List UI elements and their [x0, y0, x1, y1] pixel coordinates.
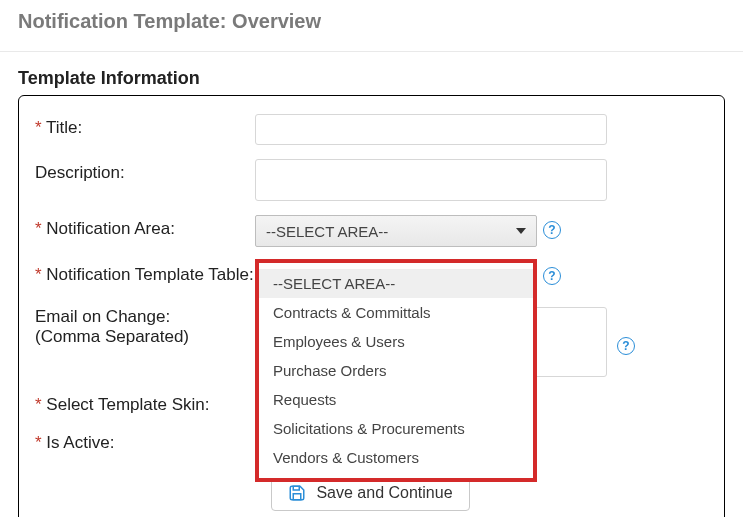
- label-template-table: Notification Template Table:: [35, 261, 255, 285]
- svg-rect-1: [294, 494, 302, 500]
- help-icon-area[interactable]: ?: [543, 221, 561, 239]
- chevron-down-icon: [516, 228, 526, 234]
- label-is-active: Is Active:: [35, 429, 255, 453]
- help-icon-template-table[interactable]: ?: [543, 267, 561, 285]
- title-input[interactable]: [255, 114, 607, 145]
- page-title: Notification Template: Overview: [18, 10, 725, 33]
- area-select[interactable]: --SELECT AREA--: [255, 215, 537, 247]
- save-icon: [288, 484, 306, 502]
- area-option[interactable]: --SELECT AREA--: [259, 269, 533, 298]
- label-area: Notification Area:: [35, 215, 255, 239]
- description-input[interactable]: [255, 159, 607, 201]
- area-dropdown-panel: --SELECT AREA-- Contracts & Committals E…: [255, 259, 537, 482]
- label-skin: Select Template Skin:: [35, 391, 255, 415]
- area-option[interactable]: Contracts & Committals: [259, 298, 533, 327]
- label-title: Title:: [35, 114, 255, 138]
- svg-rect-0: [294, 486, 300, 490]
- area-option[interactable]: Purchase Orders: [259, 356, 533, 385]
- area-option[interactable]: Requests: [259, 385, 533, 414]
- label-email: Email on Change: (Comma Separated): [35, 307, 255, 347]
- section-title: Template Information: [18, 68, 725, 89]
- area-select-value: --SELECT AREA--: [266, 223, 388, 240]
- save-button-label: Save and Continue: [316, 484, 452, 502]
- help-icon-emails[interactable]: ?: [617, 337, 635, 355]
- label-description: Description:: [35, 159, 255, 183]
- area-option[interactable]: Solicitations & Procurements: [259, 414, 533, 443]
- area-option[interactable]: Vendors & Customers: [259, 443, 533, 472]
- form-box: Title: Description: Notification Area: -…: [18, 95, 725, 517]
- area-option[interactable]: Employees & Users: [259, 327, 533, 356]
